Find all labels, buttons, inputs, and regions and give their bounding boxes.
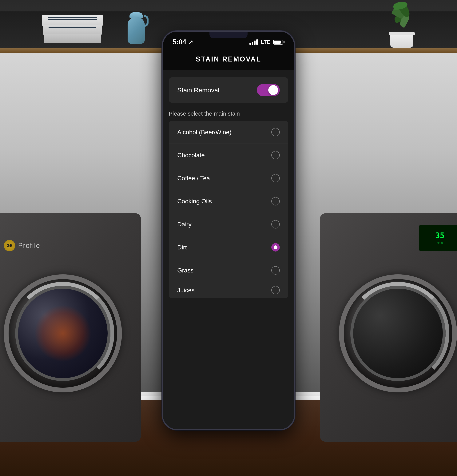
plant-leaves [389,2,415,34]
ge-logo: GE [4,240,15,251]
stain-item-alcohol[interactable]: Alcohol (Beer/Wine) [169,121,288,144]
stain-radio-juices[interactable] [271,286,280,294]
location-arrow-icon: ↗ [188,39,193,45]
jug-decoration [126,9,149,44]
stain-item-cooking-oils[interactable]: Cooking Oils [169,190,288,213]
ge-brand-label: GE Profile [4,240,40,251]
ge-logo-text: GE [7,243,13,248]
stain-removal-toggle-row[interactable]: Stain Removal [169,77,288,103]
stain-name-cooking-oils: Cooking Oils [177,198,212,205]
stain-radio-alcohol[interactable] [271,128,280,136]
washer-left-body: GE Profile [0,213,141,442]
digital-display: 35 min [419,225,457,251]
status-icons: LTE [249,39,285,45]
signal-bar-4 [256,39,258,45]
stain-name-coffee-tea: Coffee / Tea [177,175,210,182]
washer-left: GE Profile [0,213,141,442]
signal-strength-icon [249,39,258,45]
washer-right: 35 min [320,213,457,442]
stain-item-dairy[interactable]: Dairy [169,213,288,236]
main-content: Stain Removal Please select the main sta… [163,70,294,429]
stain-name-alcohol: Alcohol (Beer/Wine) [177,129,232,136]
stain-name-grass: Grass [177,267,194,274]
page-title: STAIN REMOVAL [196,55,262,63]
door-glow [34,305,91,362]
signal-bar-1 [249,43,251,45]
washer-right-door-inner [350,286,446,381]
towel-2 [43,25,102,35]
stain-name-dirt: Dirt [177,244,187,251]
signal-bar-2 [252,42,253,45]
power-button [294,98,295,123]
stain-list: Alcohol (Beer/Wine) Chocolate Coffee / T… [169,121,288,298]
phone-frame: 5:04 ↗ LTE [162,30,295,430]
stain-radio-dirt[interactable] [271,243,280,252]
lte-label: LTE [261,39,271,45]
stain-item-dirt[interactable]: Dirt [169,236,288,259]
stain-name-dairy: Dairy [177,221,192,228]
stain-radio-dairy[interactable] [271,220,280,229]
display-subtext: min [437,241,443,245]
towels-decoration [42,15,107,46]
washer-right-body: 35 min [320,213,457,442]
phone-screen: 5:04 ↗ LTE [163,32,294,429]
toggle-knob [268,85,278,95]
battery-tip [284,41,285,43]
stain-radio-cooking-oils[interactable] [271,197,280,205]
towel-3 [44,34,101,43]
plant-pot [390,32,413,48]
stain-item-chocolate[interactable]: Chocolate [169,144,288,167]
stain-radio-chocolate[interactable] [271,151,280,159]
towel-1 [42,15,103,26]
stain-radio-grass[interactable] [271,266,280,275]
phone-notch [210,32,247,38]
stain-item-juices[interactable]: Juices [169,282,288,298]
stain-name-juices: Juices [177,287,195,294]
ge-profile-text: Profile [18,242,40,250]
battery-fill [274,41,281,44]
stain-radio-coffee-tea[interactable] [271,174,280,182]
time-display: 5:04 [172,38,186,46]
display-number: 35 [435,231,444,240]
stain-removal-toggle[interactable] [257,84,280,96]
instruction-text: Please select the main stain [169,110,288,117]
signal-bar-3 [254,41,255,45]
washer-left-door [4,274,122,392]
stain-item-grass[interactable]: Grass [169,259,288,282]
battery-body [273,40,283,44]
plant-decoration [385,4,419,48]
status-time: 5:04 ↗ [172,38,193,46]
toggle-label: Stain Removal [177,86,219,94]
jug-handle [144,15,149,27]
stain-item-coffee-tea[interactable]: Coffee / Tea [169,167,288,190]
washer-right-door [339,274,457,392]
jug-body [127,17,145,44]
app-header: < STAIN REMOVAL [163,49,294,70]
washer-left-door-inner [15,286,110,381]
battery-icon [273,40,285,44]
stain-name-chocolate: Chocolate [177,152,205,159]
